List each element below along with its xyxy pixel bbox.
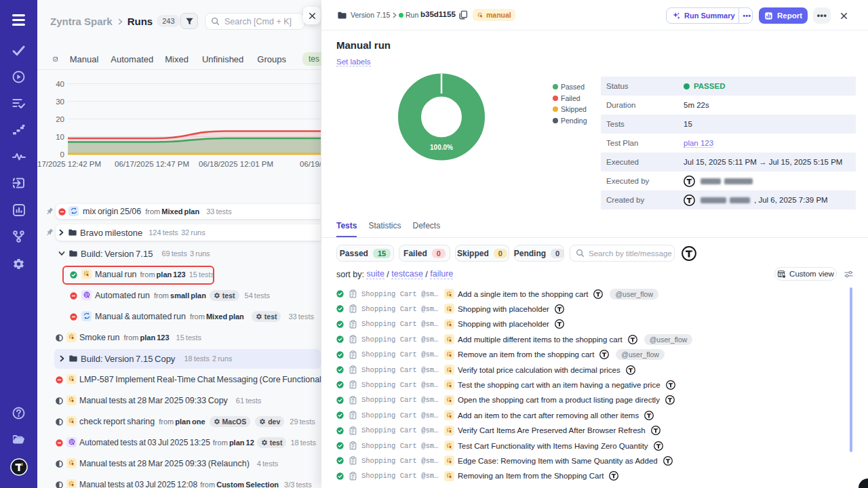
svg-text:06/18/2025 12:01 PM: 06/18/2025 12:01 PM [199,160,273,168]
svg-text:10: 10 [56,133,64,141]
svg-text:06/17/2025 12:47 PM: 06/17/2025 12:47 PM [115,160,189,168]
svg-text:0: 0 [60,150,64,159]
svg-text:20: 20 [56,115,64,123]
svg-text:30: 30 [56,98,64,106]
svg-text:17/2025 12:42 PM: 17/2025 12:42 PM [37,160,101,168]
svg-text:100.0%: 100.0% [430,144,453,151]
svg-text:06/19/2025: 06/19/2025 [300,160,321,168]
svg-text:40: 40 [56,80,64,88]
